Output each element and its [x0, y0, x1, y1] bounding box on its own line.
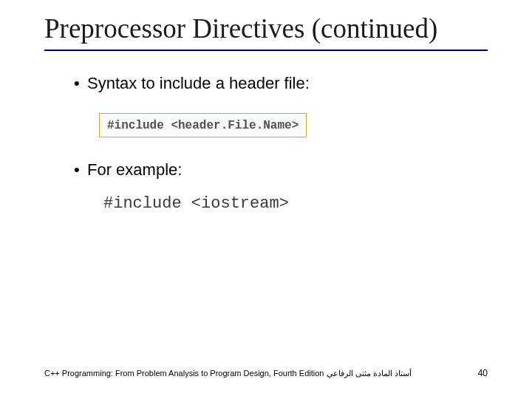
bullet-text: For example:: [87, 160, 182, 181]
bullet-item: • For example:: [74, 160, 488, 181]
slide-title: Preprocessor Directives (continued): [44, 13, 488, 51]
slide: Preprocessor Directives (continued) • Sy…: [0, 0, 532, 399]
syntax-box: #include <header.File.Name>: [99, 113, 307, 137]
footer-left: C++ Programming: From Problem Analysis t…: [44, 368, 412, 378]
syntax-code: #include <header.File.Name>: [107, 119, 299, 132]
bullet-text: Syntax to include a header file:: [87, 73, 310, 95]
footer-text-ar: أستاذ المادة مثنى الرفاعي: [327, 369, 412, 378]
footer: C++ Programming: From Problem Analysis t…: [44, 368, 488, 378]
example-code: #include <iostream>: [103, 194, 488, 213]
page-number: 40: [478, 368, 488, 378]
bullet-item: • Syntax to include a header file:: [74, 73, 488, 95]
footer-text-en: C++ Programming: From Problem Analysis t…: [44, 369, 324, 378]
bullet-dot: •: [74, 160, 87, 181]
bullet-dot: •: [74, 73, 87, 95]
slide-content: • Syntax to include a header file: #incl…: [44, 73, 488, 213]
